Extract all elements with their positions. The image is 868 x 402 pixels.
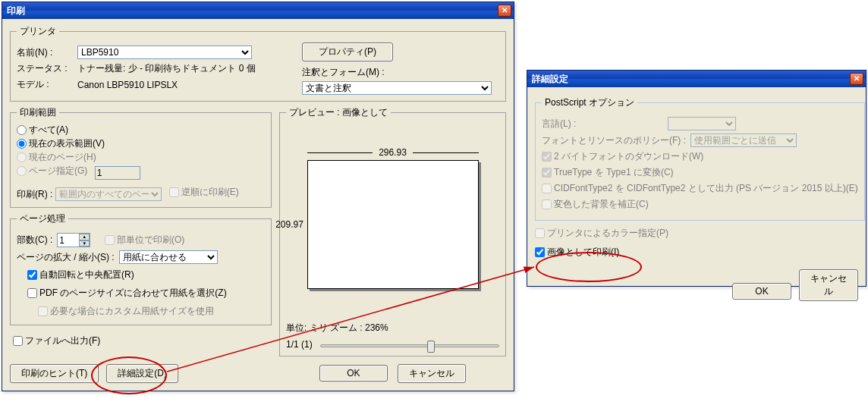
model-label: モデル : <box>17 78 73 91</box>
cid-checkbox: CIDFontType2 を CIDFontType2 として出力 (PS バー… <box>542 182 858 195</box>
postscript-group: PostScript オプション 言語(L) : フォントとリソースのポリシー(… <box>535 96 865 221</box>
choose-paper-checkbox[interactable]: PDF のページサイズに合わせて用紙を選択(Z) <box>27 287 227 300</box>
copies-label: 部数(C) : <box>17 234 52 247</box>
status-label: ステータス : <box>17 62 73 75</box>
ok-button[interactable]: OK <box>319 365 388 382</box>
print-as-image-checkbox[interactable]: 画像として印刷(I) <box>535 246 619 259</box>
bgfix-checkbox: 変色した背景を補正(C) <box>542 198 649 211</box>
print-subset-label: 印刷(R) : <box>17 189 52 199</box>
range-pages-input <box>95 166 140 180</box>
properties-button[interactable]: プロパティ(P) <box>302 42 393 61</box>
advanced-settings-button[interactable]: 詳細設定(D) <box>106 364 178 383</box>
range-view-radio[interactable]: 現在の表示範囲(V) <box>17 137 105 150</box>
status-value: トナー残量: 少 - 印刷待ちドキュメント 0 個 <box>77 62 256 75</box>
copies-stepper[interactable]: ▲▼ <box>57 233 90 247</box>
printer-name-label: 名前(N) : <box>17 46 73 59</box>
scale-select[interactable]: 用紙に合わせる <box>119 250 218 264</box>
close-icon[interactable]: ✕ <box>850 73 863 85</box>
advanced-title: 詳細設定 <box>532 73 568 86</box>
print-range-group: 印刷範囲 すべて(A) 現在の表示範囲(V) 現在のページ(H) ページ指定(G… <box>10 106 272 208</box>
preview-group: プレビュー : 画像として 296.93 209.97 単位: ミリ ズーム :… <box>279 106 506 356</box>
scale-label: ページの拡大 / 縮小(S) : <box>17 251 115 264</box>
ps-policy-select: 使用範囲ごとに送信 <box>690 133 797 147</box>
comments-label: 注釈とフォーム(M) : <box>302 66 499 79</box>
print-hint-button[interactable]: 印刷のヒント(T) <box>10 364 99 383</box>
copies-input[interactable] <box>58 234 79 247</box>
print-title: 印刷 <box>7 5 25 17</box>
printer-name-select[interactable]: LBP5910 <box>77 46 252 59</box>
copies-down[interactable]: ▼ <box>79 240 90 247</box>
range-all-radio[interactable]: すべて(A) <box>17 124 68 137</box>
printer-group: プリンタ 名前(N) : LBP5910 ステータス : トナー残量: 少 - … <box>10 25 506 102</box>
cancel-button[interactable]: キャンセル <box>398 364 466 383</box>
print-dialog: 印刷 ✕ プリンタ 名前(N) : LBP5910 ステータス : トナー残量:… <box>2 2 514 391</box>
adv-ok-button[interactable]: OK <box>732 283 791 300</box>
tt2t1-checkbox: TrueType を Type1 に変換(C) <box>542 166 674 179</box>
page-handling-group: ページ処理 部数(C) : ▲▼ 部単位で印刷(O) ページの拡大 / 縮小(S… <box>10 212 272 325</box>
close-icon[interactable]: ✕ <box>498 5 511 17</box>
printer-color-checkbox: プリンタによるカラー指定(P) <box>535 227 668 240</box>
range-pages-radio: ページ指定(G) <box>17 165 87 177</box>
ps-lang-label: 言語(L) : <box>542 118 663 130</box>
auto-rotate-checkbox[interactable]: 自動回転と中央配置(R) <box>27 269 134 281</box>
preview-height-dim: 209.97 <box>275 160 304 289</box>
advanced-dialog: 詳細設定 ✕ PostScript オプション 言語(L) : フォントとリソー… <box>527 70 866 287</box>
ps-policy-label: フォントとリソースのポリシー(F) : <box>542 134 686 147</box>
page-slider[interactable] <box>320 344 499 347</box>
reverse-checkbox: 逆順に印刷(E) <box>169 186 239 199</box>
preview-width-dim: 296.93 <box>307 146 479 159</box>
advanced-titlebar: 詳細設定 ✕ <box>527 71 866 87</box>
print-subset-select: 範囲内のすべてのページ <box>55 187 162 201</box>
units-zoom-label: 単位: ミリ ズーム : 236% <box>286 322 499 334</box>
preview-paper <box>307 160 479 289</box>
collate-checkbox: 部単位で印刷(O) <box>105 234 184 247</box>
ps-lang-select <box>668 117 736 130</box>
adv-cancel-button[interactable]: キャンセル <box>799 269 858 301</box>
comments-select[interactable]: 文書と注釈 <box>302 81 492 95</box>
dl2byte-checkbox: 2 バイトフォントのダウンロード(W) <box>542 150 703 163</box>
print-titlebar: 印刷 ✕ <box>2 2 514 19</box>
output-to-file-checkbox[interactable]: ファイルへ出力(F) <box>13 334 100 347</box>
copies-up[interactable]: ▲ <box>79 234 90 240</box>
range-currentpage-radio: 現在のページ(H) <box>17 151 96 164</box>
custom-paper-checkbox: 必要な場合にカスタム用紙サイズを使用 <box>38 305 214 318</box>
page-indicator: 1/1 (1) <box>286 339 313 350</box>
slider-thumb[interactable] <box>427 341 435 353</box>
preview-area: 296.93 209.97 <box>304 145 482 297</box>
model-value: Canon LBP5910 LIPSLX <box>77 80 178 90</box>
